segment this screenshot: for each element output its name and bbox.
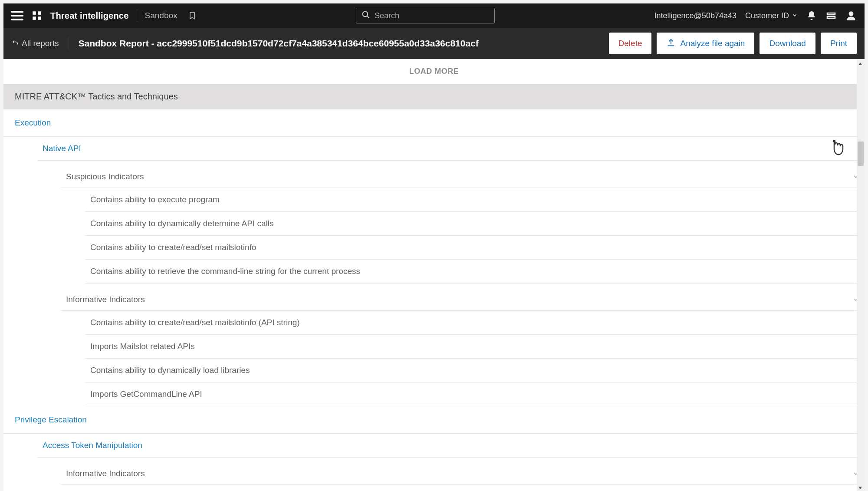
technique-access-token-manipulation[interactable]: Access Token Manipulation [37, 434, 865, 458]
section-header-mitre: MITRE ATT&CK™ Tactics and Techniques [3, 84, 865, 109]
breadcrumb-sandbox[interactable]: Sandbox [145, 11, 178, 20]
inbox-icon[interactable] [825, 10, 837, 21]
product-logo-icon[interactable] [31, 10, 43, 21]
indicator-item[interactable]: Contains ability to dynamically load lib… [85, 359, 865, 382]
tactic-execution[interactable]: Execution [3, 109, 865, 137]
svg-rect-1 [38, 11, 41, 15]
sub-header: All reports Sandbox Report - acc2999510f… [3, 28, 865, 59]
top-bar: Threat intelligence Sandbox Intelligence… [3, 3, 865, 28]
notifications-icon[interactable] [806, 10, 817, 21]
divider [69, 37, 69, 50]
group-label: Suspicious Indicators [66, 172, 144, 181]
group-suspicious-indicators[interactable]: Suspicious Indicators [61, 161, 865, 188]
report-title: Sandbox Report - acc2999510f51dcd9b1570d… [79, 38, 599, 49]
technique-label: Access Token Manipulation [43, 441, 142, 450]
search-box[interactable] [356, 8, 495, 23]
print-button[interactable]: Print [821, 33, 857, 54]
back-icon [11, 39, 19, 49]
bookmark-icon[interactable] [188, 10, 197, 21]
customer-id-label: Customer ID [745, 11, 789, 20]
brand-title: Threat intelligence [50, 11, 129, 21]
customer-id-dropdown[interactable]: Customer ID [745, 11, 798, 20]
divider [137, 9, 137, 22]
svg-point-8 [849, 11, 854, 16]
search-icon [362, 10, 370, 21]
indicator-item[interactable]: Contains ability to dynamically determin… [85, 212, 865, 236]
svg-line-5 [367, 16, 369, 18]
indicator-item[interactable]: Imports Mailslot related APIs [85, 335, 865, 359]
svg-rect-6 [827, 13, 835, 15]
load-more-button[interactable]: LOAD MORE [3, 59, 865, 84]
main-content: LOAD MORE MITRE ATT&CK™ Tactics and Tech… [3, 59, 865, 491]
upload-icon [666, 38, 676, 49]
scrollbar-thumb[interactable] [858, 142, 864, 166]
svg-rect-0 [33, 11, 36, 15]
svg-rect-3 [38, 16, 41, 20]
delete-button[interactable]: Delete [609, 33, 652, 54]
search-input[interactable] [375, 11, 489, 20]
analyze-again-label: Analyze file again [680, 39, 745, 48]
tactic-privilege-escalation[interactable]: Privilege Escalation [3, 406, 865, 434]
group-informative-indicators[interactable]: Informative Indicators [61, 283, 865, 311]
indicator-item[interactable]: Contains ability to create/read/set mail… [85, 236, 865, 260]
technique-label: Native API [43, 144, 81, 153]
svg-marker-10 [858, 487, 862, 489]
chevron-down-icon [792, 11, 798, 20]
download-button[interactable]: Download [760, 33, 815, 54]
indicator-item[interactable]: Imports GetCommandLine API [85, 382, 865, 406]
user-icon[interactable] [845, 10, 857, 21]
indicator-item[interactable]: Contains ability to execute program [85, 188, 865, 212]
group-label: Informative Indicators [66, 469, 145, 478]
technique-native-api[interactable]: Native API [37, 137, 865, 161]
svg-point-4 [363, 12, 368, 17]
analyze-again-button[interactable]: Analyze file again [657, 33, 754, 54]
group-informative-indicators[interactable]: Informative Indicators [61, 458, 865, 485]
all-reports-link[interactable]: All reports [11, 39, 59, 49]
svg-marker-9 [858, 63, 862, 65]
scrollbar-track[interactable] [857, 59, 865, 491]
tenant-label: Intelligence@50b74a43 [654, 11, 736, 20]
indicator-item[interactable]: Contains ability to create/read/set mail… [85, 311, 865, 335]
group-label: Informative Indicators [66, 295, 145, 304]
indicator-item[interactable]: Contains ability to retrieve the command… [85, 260, 865, 283]
svg-rect-2 [33, 16, 36, 20]
scroll-down-icon[interactable] [858, 484, 863, 490]
scroll-up-icon[interactable] [858, 60, 863, 66]
svg-rect-7 [827, 16, 835, 18]
menu-icon[interactable] [11, 11, 23, 20]
all-reports-label: All reports [22, 39, 59, 48]
